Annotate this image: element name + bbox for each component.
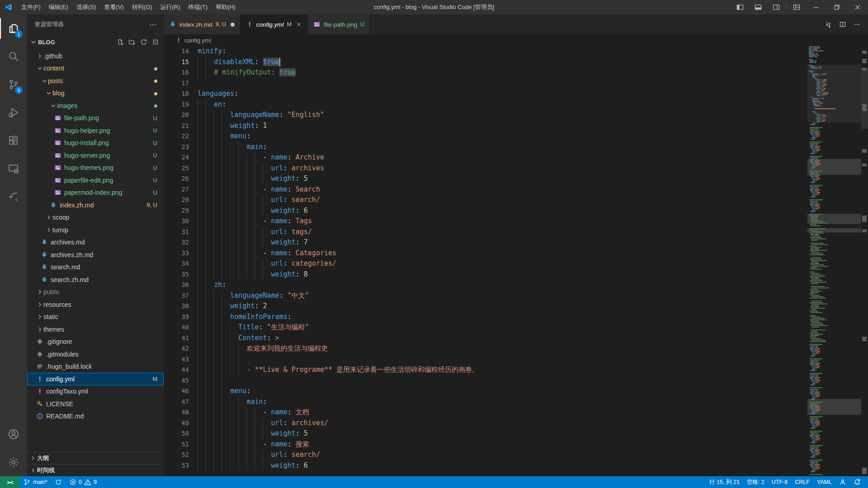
minimize-button[interactable] xyxy=(806,0,826,14)
minimap[interactable] xyxy=(807,46,861,476)
tree-item-LICENSE[interactable]: LICENSE xyxy=(27,398,164,410)
scrollbar-slider[interactable] xyxy=(861,68,868,129)
tree-item-hugo-themes.png[interactable]: hugo-themes.pngU xyxy=(27,162,164,174)
code-line-40[interactable]: 40 Title: "生活与编程" xyxy=(164,322,807,333)
folder-section-header[interactable]: BLOG xyxy=(27,34,164,50)
menu-终端[interactable]: 终端(T) xyxy=(184,0,212,14)
tree-item-.github[interactable]: .github xyxy=(27,50,164,62)
tab-index.zh.md[interactable]: index.zh.md9, U xyxy=(164,14,241,34)
code-line-30[interactable]: 30 - name: Tags xyxy=(164,216,807,227)
tree-item-themes[interactable]: themes xyxy=(27,323,164,336)
code-line-17[interactable]: 17 xyxy=(164,78,807,89)
code-line-31[interactable]: 31 url: tags/ xyxy=(164,227,807,238)
code-editor[interactable]: 14minify:15 disableXML: true16 # minifyO… xyxy=(164,46,807,476)
code-line-21[interactable]: 21 weight: 1 xyxy=(164,121,807,131)
toggle-bottom-panel-icon[interactable] xyxy=(749,0,767,14)
code-line-47[interactable]: 47 main: xyxy=(164,397,807,408)
code-line-27[interactable]: 27 - name: Search xyxy=(164,184,807,195)
code-line-52[interactable]: 52 url: search/ xyxy=(164,450,807,460)
indentation-setting[interactable]: 空格: 2 xyxy=(743,476,768,488)
tree-item-turnip[interactable]: turnip xyxy=(27,224,164,236)
code-line-26[interactable]: 26 weight: 5 xyxy=(164,174,807,184)
notifications-button[interactable] xyxy=(850,476,864,488)
code-line-41[interactable]: 41 Content: > xyxy=(164,333,807,344)
activity-search[interactable] xyxy=(0,42,27,70)
tree-item-search.zh.md[interactable]: search.zh.md xyxy=(27,273,164,286)
code-line-35[interactable]: 35 weight: 8 xyxy=(164,269,807,280)
tree-item-content[interactable]: content xyxy=(27,62,164,75)
collapse-all-icon[interactable] xyxy=(152,38,159,46)
code-line-46[interactable]: 46 menu: xyxy=(164,386,807,397)
activity-extensions[interactable] xyxy=(0,127,27,155)
menu-选择[interactable]: 选择(S) xyxy=(72,0,100,14)
tree-item-posts[interactable]: posts xyxy=(27,75,164,87)
split-editor-icon[interactable] xyxy=(839,21,846,28)
close-tab-icon[interactable] xyxy=(296,21,302,28)
activity-accounts[interactable] xyxy=(0,420,27,448)
activity-remote-explorer[interactable] xyxy=(0,155,27,183)
menu-转到[interactable]: 转到(G) xyxy=(128,0,156,14)
tree-item-.gitignore[interactable]: .gitignore xyxy=(27,336,164,348)
customize-layout-icon[interactable] xyxy=(788,0,806,14)
language-mode[interactable]: YAML xyxy=(813,476,835,488)
new-folder-icon[interactable] xyxy=(128,38,136,46)
open-changes-icon[interactable] xyxy=(825,21,832,28)
tab-config.yml[interactable]: config.ymlM xyxy=(241,14,308,34)
tree-item-.gitmodules[interactable]: .gitmodules xyxy=(27,348,164,361)
code-line-28[interactable]: 28 url: search/ xyxy=(164,195,807,206)
activity-run-debug[interactable] xyxy=(0,99,27,127)
tree-item-resources[interactable]: resources xyxy=(27,298,164,311)
git-branch-status[interactable]: main* xyxy=(20,476,51,488)
tree-item-index.zh.md[interactable]: index.zh.md9, U xyxy=(27,199,164,211)
menu-帮助[interactable]: 帮助(H) xyxy=(212,0,240,14)
code-line-36[interactable]: 36 zh: xyxy=(164,280,807,291)
code-line-50[interactable]: 50 weight: 5 xyxy=(164,428,807,439)
tree-item-hugo-server.png[interactable]: hugo-server.pngU xyxy=(27,149,164,162)
new-file-icon[interactable] xyxy=(117,38,124,46)
code-line-45[interactable]: 45 xyxy=(164,375,807,386)
tree-item-papermod-index.png[interactable]: papermod-index.pngU xyxy=(27,187,164,199)
remote-indicator[interactable]: >< xyxy=(0,476,20,488)
encoding-setting[interactable]: UTF-8 xyxy=(768,476,791,488)
toggle-secondary-sidebar-icon[interactable] xyxy=(767,0,785,14)
code-line-37[interactable]: 37 languageName: "中文" xyxy=(164,291,807,301)
tree-item-blog[interactable]: blog xyxy=(27,87,164,100)
panel-大纲[interactable]: 大纲 xyxy=(27,452,164,464)
code-line-34[interactable]: 34 url: categories/ xyxy=(164,258,807,269)
tab-file-path.png[interactable]: file-path.pngU xyxy=(308,14,370,34)
menu-查看[interactable]: 查看(V) xyxy=(100,0,127,14)
tree-item-hugo-helper.png[interactable]: hugo-helper.pngU xyxy=(27,124,164,137)
sidebar-more-actions[interactable]: ⋯ xyxy=(149,20,156,29)
minimap-slider[interactable] xyxy=(807,65,861,122)
code-line-39[interactable]: 39 homeInfoParams: xyxy=(164,312,807,323)
refresh-icon[interactable] xyxy=(140,38,147,46)
code-line-33[interactable]: 33 - name: Categories xyxy=(164,248,807,259)
cursor-position[interactable]: 行 15, 列 21 xyxy=(706,476,743,488)
code-line-22[interactable]: 22 menu: xyxy=(164,131,807,142)
menu-文件[interactable]: 文件(F) xyxy=(17,0,45,14)
tree-item-search.md[interactable]: search.md xyxy=(27,261,164,274)
code-line-14[interactable]: 14minify: xyxy=(164,46,807,57)
panel-时间线[interactable]: 时间线 xyxy=(27,464,164,476)
tree-item-hugo-install.png[interactable]: hugo-install.pngU xyxy=(27,137,164,150)
menu-运行[interactable]: 运行(R) xyxy=(156,0,184,14)
menu-编辑[interactable]: 编辑(E) xyxy=(45,0,72,14)
code-line-32[interactable]: 32 weight: 7 xyxy=(164,237,807,248)
code-line-44[interactable]: 44 - **Live & Programe** 是用来记录着一些生活琐碎和编程… xyxy=(164,365,807,375)
tree-item-public[interactable]: public xyxy=(27,286,164,299)
overview-ruler[interactable] xyxy=(861,46,868,476)
tree-item-file-path.png[interactable]: file-path.pngU xyxy=(27,112,164,125)
code-line-18[interactable]: 18languages: xyxy=(164,89,807,99)
code-line-42[interactable]: 42 欢迎来到我的生活与编程史 xyxy=(164,343,807,354)
tree-item-paperfile-edit.png[interactable]: paperfile-edit.pngU xyxy=(27,174,164,187)
code-line-48[interactable]: 48 - name: 文档 xyxy=(164,407,807,418)
code-line-49[interactable]: 49 url: archives/ xyxy=(164,418,807,429)
code-line-29[interactable]: 29 weight: 6 xyxy=(164,206,807,216)
activity-explorer[interactable]: 1 xyxy=(0,14,27,42)
close-button[interactable] xyxy=(847,0,868,14)
breadcrumb[interactable]: config.yml xyxy=(164,34,868,46)
code-line-15[interactable]: 15 disableXML: true xyxy=(164,57,807,68)
tree-item-images[interactable]: images xyxy=(27,99,164,112)
tree-item-config.yml[interactable]: config.ymlM xyxy=(27,373,164,385)
code-line-19[interactable]: 19 en: xyxy=(164,99,807,110)
